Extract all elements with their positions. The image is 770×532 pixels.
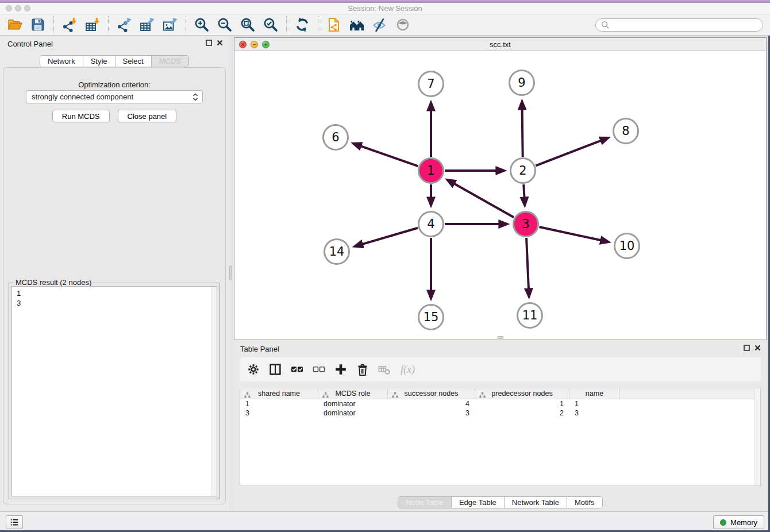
select-all-rows-button[interactable] xyxy=(291,363,303,376)
export-table-button[interactable] xyxy=(136,15,159,34)
graph-edge-4-14[interactable] xyxy=(362,228,418,244)
graph-node-9[interactable]: 9 xyxy=(510,71,534,95)
graph-node-10[interactable]: 10 xyxy=(615,234,640,259)
mcds-result-title: MCDS result (2 nodes) xyxy=(13,278,94,287)
create-column-button[interactable] xyxy=(334,363,347,376)
table-cell[interactable]: 1 xyxy=(475,399,569,408)
save-session-icon xyxy=(30,17,46,33)
table-cell[interactable]: 3 xyxy=(569,408,620,418)
search-box[interactable] xyxy=(595,18,763,32)
graph-edge-3-11[interactable] xyxy=(526,238,529,289)
graph-node-label: 15 xyxy=(424,310,439,324)
close-table-panel-icon[interactable] xyxy=(754,345,761,351)
search-input[interactable] xyxy=(612,21,758,29)
table-cell[interactable]: 1 xyxy=(569,399,620,408)
table-tab-node-table[interactable]: Node Table xyxy=(398,497,452,508)
table-mode-gear-button[interactable] xyxy=(247,363,260,376)
import-network-button[interactable] xyxy=(58,15,81,34)
graph-edge-3-1[interactable] xyxy=(454,184,514,218)
table-scrollbar[interactable] xyxy=(754,388,760,485)
graph-node-6[interactable]: 6 xyxy=(324,125,348,150)
table-panel-header: Table Panel xyxy=(234,341,767,356)
table-cell[interactable]: 3 xyxy=(240,408,318,418)
close-panel-icon[interactable] xyxy=(217,40,223,46)
first-neighbors-button[interactable] xyxy=(345,15,368,34)
save-session-button[interactable] xyxy=(26,15,49,34)
graph-edge-3-10[interactable] xyxy=(539,227,601,240)
table-tab-strip: Node TableEdge TableNetwork TableMotifs xyxy=(398,496,602,508)
import-table-button[interactable] xyxy=(81,15,104,34)
tab-network[interactable]: Network xyxy=(40,56,83,67)
export-network-button[interactable] xyxy=(113,15,136,34)
graph-node-label: 11 xyxy=(522,309,538,322)
graph-node-7[interactable]: 7 xyxy=(419,72,444,97)
vertical-splitter-handle[interactable] xyxy=(229,265,232,280)
table-tab-network-table[interactable]: Network Table xyxy=(505,497,567,508)
new-network-from-selection-button[interactable] xyxy=(322,15,345,34)
network-window-titlebar[interactable]: scc.txt xyxy=(234,38,766,51)
zoom-fit-button[interactable] xyxy=(236,15,259,34)
criterion-dropdown[interactable]: strongly connected component xyxy=(26,90,203,103)
mcds-result-list[interactable]: 13 xyxy=(11,286,217,496)
graph-node-8[interactable]: 8 xyxy=(614,119,638,144)
table-row[interactable]: 3dominator323 xyxy=(240,408,760,418)
delete-columns-button[interactable] xyxy=(356,363,369,376)
float-panel-icon[interactable] xyxy=(206,40,212,46)
graph-edge-2-9[interactable] xyxy=(522,109,523,157)
network-scroll-handle[interactable] xyxy=(498,336,503,339)
mcds-result-item[interactable]: 3 xyxy=(12,298,217,308)
show-all-button[interactable] xyxy=(391,15,414,34)
tab-mcds[interactable]: MCDS xyxy=(152,56,188,67)
column-header-successor-nodes[interactable]: successor nodes xyxy=(388,388,475,399)
show-panel-list-button[interactable] xyxy=(6,515,23,529)
graph-node-14[interactable]: 14 xyxy=(325,240,349,264)
export-image-button[interactable] xyxy=(159,15,182,34)
export-table-icon xyxy=(139,17,155,33)
refresh-button[interactable] xyxy=(291,15,314,34)
graph-edge-2-8[interactable] xyxy=(536,141,601,166)
table-cell[interactable]: dominator xyxy=(318,399,388,408)
graph-node-4[interactable]: 4 xyxy=(419,212,444,237)
criterion-dropdown-value: strongly connected component xyxy=(32,92,192,101)
zoom-selected-button[interactable] xyxy=(259,15,282,34)
table-row[interactable]: 1dominator411 xyxy=(240,399,760,408)
column-header-predecessor-nodes[interactable]: predecessor nodes xyxy=(475,388,569,399)
list-icon xyxy=(9,517,20,527)
column-header-shared-name[interactable]: shared name xyxy=(240,388,318,399)
graph-node-label: 6 xyxy=(332,130,339,144)
graph-edge-2-3[interactable] xyxy=(523,184,524,198)
graph-node-1[interactable]: 1 xyxy=(419,159,444,183)
hide-selected-button[interactable] xyxy=(368,15,391,34)
table-cell[interactable]: 1 xyxy=(240,399,318,408)
graph-node-15[interactable]: 15 xyxy=(419,305,444,330)
float-table-panel-icon[interactable] xyxy=(744,345,750,351)
table-cell[interactable]: dominator xyxy=(318,408,388,418)
memory-button[interactable]: Memory xyxy=(713,515,764,529)
function-builder-icon: f(x) xyxy=(400,363,419,376)
zoom-out-button[interactable] xyxy=(213,15,236,34)
table-cell[interactable]: 3 xyxy=(388,408,475,418)
network-file-title: scc.txt xyxy=(234,40,766,49)
deselect-all-rows-button[interactable] xyxy=(313,363,325,376)
table-cell[interactable]: 2 xyxy=(475,408,569,418)
graph-node-11[interactable]: 11 xyxy=(518,303,542,328)
column-header-name[interactable]: name xyxy=(569,388,620,399)
table-tab-motifs[interactable]: Motifs xyxy=(567,497,602,508)
tab-style[interactable]: Style xyxy=(83,56,116,67)
zoom-in-button[interactable] xyxy=(190,15,213,34)
table-cell[interactable]: 4 xyxy=(388,399,475,408)
table-tab-edge-table[interactable]: Edge Table xyxy=(452,497,505,508)
open-file-button[interactable] xyxy=(3,15,26,34)
graph-edge-1-6[interactable] xyxy=(360,146,418,166)
run-mcds-button[interactable]: Run MCDS xyxy=(52,110,110,122)
column-header-MCDS-role[interactable]: MCDS role xyxy=(318,388,388,399)
result-scrollbar[interactable] xyxy=(211,287,217,496)
show-columns-button[interactable] xyxy=(269,363,282,376)
mcds-result-item[interactable]: 1 xyxy=(12,287,217,298)
close-panel-button[interactable]: Close panel xyxy=(118,110,177,122)
graph-node-label: 1 xyxy=(427,164,434,178)
network-canvas[interactable]: 7968124314101511 xyxy=(234,51,766,340)
graph-node-2[interactable]: 2 xyxy=(511,159,536,183)
tab-select[interactable]: Select xyxy=(116,56,152,67)
graph-node-3[interactable]: 3 xyxy=(514,212,538,237)
